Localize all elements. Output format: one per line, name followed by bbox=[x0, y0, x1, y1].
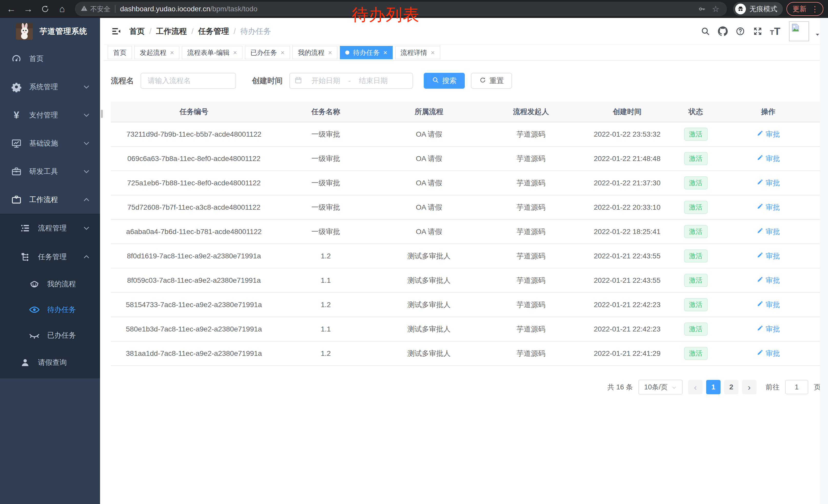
sidebar-item-system-mgmt[interactable]: 系统管理 bbox=[0, 73, 100, 101]
cell-id: 725a1eb6-7b88-11ec-8ef0-acde48001122 bbox=[111, 171, 277, 195]
approve-link[interactable]: 审批 bbox=[756, 130, 780, 139]
pagination-total: 共 16 条 bbox=[608, 382, 633, 392]
cell-starter: 芋道源码 bbox=[484, 244, 578, 268]
tab-todo-task[interactable]: 待办任务× bbox=[340, 46, 392, 59]
avatar[interactable] bbox=[789, 21, 809, 41]
date-range-picker[interactable]: - bbox=[289, 73, 413, 89]
close-icon[interactable]: × bbox=[233, 49, 237, 56]
approve-link[interactable]: 审批 bbox=[756, 178, 780, 188]
prev-page-button[interactable]: ‹ bbox=[688, 380, 703, 394]
chevron-down-icon bbox=[82, 111, 91, 120]
breadcrumb-item[interactable]: 任务管理 bbox=[198, 26, 229, 37]
edit-pen-icon bbox=[756, 227, 763, 236]
help-icon[interactable] bbox=[733, 24, 747, 39]
status-badge: 激活 bbox=[684, 274, 708, 287]
search-icon[interactable] bbox=[698, 24, 713, 39]
tab-done-task[interactable]: 已办任务× bbox=[245, 46, 290, 59]
chevron-up-icon bbox=[82, 195, 91, 204]
forward-button[interactable]: → bbox=[22, 2, 35, 16]
sidebar-item-payment-mgmt[interactable]: ¥支付管理 bbox=[0, 101, 100, 129]
sidebar-item-my-process[interactable]: 我的流程 bbox=[0, 271, 100, 297]
status-badge: 激活 bbox=[684, 128, 708, 141]
github-icon[interactable] bbox=[716, 24, 730, 39]
cell-name: 1.1 bbox=[277, 268, 374, 292]
sidebar-item-dev-tools[interactable]: 研发工具 bbox=[0, 157, 100, 186]
search-button[interactable]: 搜索 bbox=[424, 73, 465, 89]
approve-link[interactable]: 审批 bbox=[756, 276, 780, 285]
process-name-input[interactable] bbox=[140, 73, 236, 89]
browser-menu-icon[interactable]: ⋮ bbox=[811, 5, 819, 13]
cell-id: 069c6a63-7b8a-11ec-8ef0-acde48001122 bbox=[111, 146, 277, 171]
home-button[interactable]: ⌂ bbox=[55, 2, 69, 16]
tab-home[interactable]: 首页 bbox=[108, 46, 132, 59]
goto-page-input[interactable] bbox=[785, 380, 808, 394]
tab-process-detail[interactable]: 流程详情× bbox=[395, 46, 440, 59]
cell-action: 审批 bbox=[716, 268, 821, 292]
sidebar-item-label: 系统管理 bbox=[29, 82, 58, 92]
close-icon[interactable]: × bbox=[170, 49, 174, 56]
cell-status: 激活 bbox=[676, 268, 716, 292]
sidebar-item-todo-task[interactable]: 待办任务 bbox=[0, 297, 100, 322]
close-icon[interactable]: × bbox=[383, 49, 387, 56]
approve-link[interactable]: 审批 bbox=[756, 154, 780, 164]
warning-icon bbox=[81, 5, 88, 13]
sidebar-item-done-task[interactable]: 已办任务 bbox=[0, 322, 100, 348]
breadcrumb-item[interactable]: 工作流程 bbox=[156, 26, 187, 37]
screen: ← → ⌂ 不安全 dashboard.yudao.iocoder.cn/bpm… bbox=[0, 0, 828, 504]
update-button[interactable]: 更新 ⋮ bbox=[786, 2, 823, 16]
approve-link[interactable]: 审批 bbox=[756, 300, 780, 310]
key-icon[interactable] bbox=[696, 3, 707, 15]
cell-process: 测试多审批人 bbox=[374, 317, 484, 341]
edit-pen-icon bbox=[756, 178, 763, 187]
reset-button[interactable]: 重置 bbox=[471, 73, 512, 89]
page-button-1[interactable]: 1 bbox=[706, 380, 720, 394]
approve-link[interactable]: 审批 bbox=[756, 349, 780, 358]
fullscreen-icon[interactable] bbox=[750, 24, 765, 39]
sidebar-scrollbar[interactable] bbox=[100, 18, 104, 504]
cell-name: 1.2 bbox=[277, 244, 374, 268]
tab-label: 流程详情 bbox=[401, 48, 427, 57]
sidebar-logo[interactable]: 芋道管理系统 bbox=[0, 18, 100, 45]
breadcrumb-item[interactable]: 首页 bbox=[129, 26, 145, 37]
calendar-icon bbox=[294, 77, 303, 85]
table-column-header: 操作 bbox=[716, 101, 821, 122]
security-badge[interactable]: 不安全 bbox=[81, 5, 110, 13]
approve-link[interactable]: 审批 bbox=[756, 251, 780, 261]
reload-button[interactable] bbox=[38, 2, 52, 16]
sidebar-item-label: 支付管理 bbox=[29, 110, 58, 120]
table-header-row: 任务编号任务名称所属流程流程发起人创建时间状态操作 bbox=[111, 101, 821, 122]
cell-starter: 芋道源码 bbox=[484, 146, 578, 171]
edit-pen-icon bbox=[756, 276, 763, 285]
table-column-header: 流程发起人 bbox=[484, 101, 578, 122]
close-icon[interactable]: × bbox=[281, 49, 285, 56]
page-button-2[interactable]: 2 bbox=[724, 380, 739, 394]
hamburger-icon[interactable] bbox=[110, 26, 122, 37]
font-size-icon[interactable]: TT bbox=[768, 24, 782, 39]
sidebar-item-infrastructure[interactable]: 基础设施 bbox=[0, 129, 100, 157]
close-icon[interactable]: × bbox=[431, 49, 435, 56]
sidebar-item-process-mgmt[interactable]: 流程管理 bbox=[0, 214, 100, 242]
sidebar-item-leave-query[interactable]: 请假查询 bbox=[0, 348, 100, 377]
approve-link-label: 审批 bbox=[766, 300, 780, 310]
back-button[interactable]: ← bbox=[5, 2, 18, 16]
close-icon[interactable]: × bbox=[328, 49, 332, 56]
approve-link[interactable]: 审批 bbox=[756, 324, 780, 334]
bookmark-star-icon[interactable]: ☆ bbox=[710, 3, 721, 15]
approve-link[interactable]: 审批 bbox=[756, 202, 780, 212]
sidebar-item-label: 待办任务 bbox=[47, 305, 76, 315]
app-title: 芋道管理系统 bbox=[40, 26, 87, 37]
tab-start-process[interactable]: 发起流程× bbox=[134, 46, 179, 59]
tab-my-process[interactable]: 我的流程× bbox=[292, 46, 337, 59]
tab-form-edit[interactable]: 流程表单-编辑× bbox=[182, 46, 242, 59]
start-date-input[interactable] bbox=[305, 77, 346, 85]
next-page-button[interactable]: › bbox=[742, 380, 756, 394]
sidebar-item-task-mgmt[interactable]: 任务管理 bbox=[0, 242, 100, 271]
table-column-header: 任务编号 bbox=[111, 101, 277, 122]
sidebar-item-workflow[interactable]: 工作流程 bbox=[0, 186, 100, 214]
end-date-input[interactable] bbox=[353, 77, 394, 85]
sidebar-item-home[interactable]: 首页 bbox=[0, 45, 100, 73]
page-size-select[interactable]: 10条/页 bbox=[638, 380, 682, 395]
approve-link[interactable]: 审批 bbox=[756, 227, 780, 237]
scrollbar-thumb[interactable] bbox=[101, 110, 103, 118]
cell-id: 73211d9d-7b9b-11ec-b5b7-acde48001122 bbox=[111, 122, 277, 146]
